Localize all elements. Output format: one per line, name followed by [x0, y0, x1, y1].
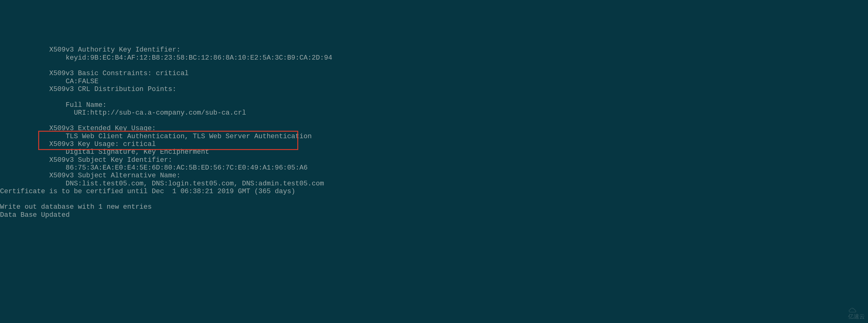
cert-key-usage-label: X509v3 Key Usage: critical [0, 140, 156, 148]
cert-validity-line: Certificate is to be certified until Dec… [0, 188, 296, 195]
db-updated-line: Data Base Updated [0, 211, 70, 219]
cert-basic-constraints-label: X509v3 Basic Constraints: critical [0, 70, 189, 77]
terminal-output: X509v3 Authority Key Identifier: keyid:9… [0, 31, 868, 219]
cert-auth-key-id-value: keyid:9B:EC:B4:AF:12:B8:23:58:BC:12:86:8… [0, 54, 332, 62]
cert-basic-constraints-value: CA:FALSE [0, 78, 98, 86]
cert-ext-key-usage-value: TLS Web Client Authentication, TLS Web S… [0, 133, 312, 140]
cert-crl-fullname-label: Full Name: [0, 101, 106, 109]
db-write-line: Write out database with 1 new entries [0, 203, 152, 211]
cert-subject-key-id-value: 86:75:3A:EA:E0:E4:5E:6D:80:AC:5B:ED:56:7… [0, 164, 308, 172]
cert-crl-dist-points-label: X509v3 CRL Distribution Points: [0, 86, 181, 93]
cert-subject-key-id-label: X509v3 Subject Key Identifier: [0, 156, 177, 164]
cert-auth-key-id-label: X509v3 Authority Key Identifier: [0, 46, 185, 54]
cert-key-usage-value: Digital Signature, Key Encipherment [0, 148, 209, 156]
watermark: 亿速云 [845, 301, 865, 320]
cloud-icon [848, 308, 857, 313]
cert-ext-key-usage-label: X509v3 Extended Key Usage: [0, 125, 160, 132]
cert-san-label: X509v3 Subject Alternative Name: [0, 172, 185, 180]
cert-crl-uri-value: URI:http://sub-ca.a-company.com/sub-ca.c… [0, 109, 246, 117]
cert-san-value: DNS:list.test05.com, DNS:login.test05.co… [0, 180, 324, 188]
watermark-text: 亿速云 [848, 313, 865, 320]
